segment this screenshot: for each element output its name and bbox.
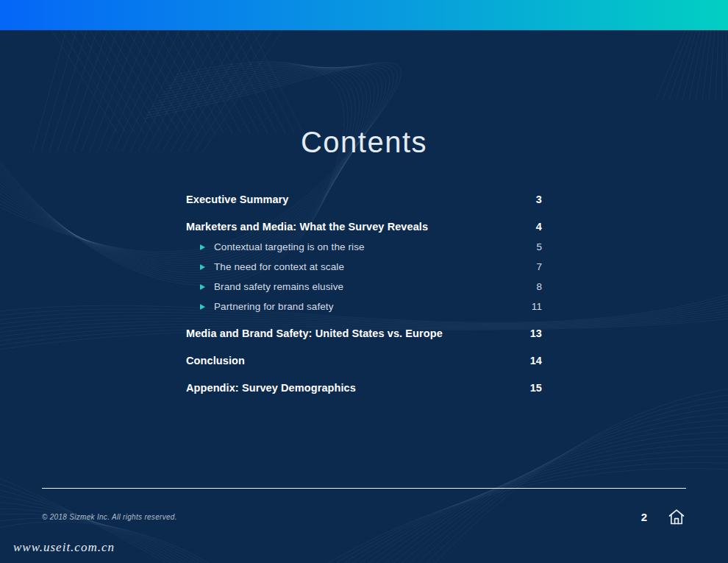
toc-list: Executive Summary 3 Marketers and Media:… [186, 192, 542, 395]
toc-item-label: Brand safety remains elusive [214, 281, 343, 292]
toc-row[interactable]: Marketers and Media: What the Survey Rev… [186, 219, 542, 234]
home-icon [667, 508, 686, 526]
toc-item-page-number: 7 [536, 261, 542, 272]
copyright-text: © 2018 Sizmek Inc. All rights reserved. [42, 513, 177, 521]
page-number: 2 [641, 511, 647, 523]
play-arrow-icon [200, 244, 205, 250]
footer-right-group: 2 [641, 508, 686, 526]
toc-row[interactable]: Brand safety remains elusive 8 [186, 280, 542, 294]
toc-row[interactable]: The need for context at scale 7 [186, 260, 542, 274]
toc-item-label: Contextual targeting is on the rise [214, 241, 365, 252]
toc-item-label: Conclusion [186, 355, 245, 367]
toc-item-label: The need for context at scale [214, 261, 344, 272]
toc-row[interactable]: Partnering for brand safety 11 [186, 300, 542, 314]
watermark-text: www.useit.com.cn [13, 540, 115, 555]
toc-item-page-number: 4 [536, 221, 542, 233]
toc-row[interactable]: Executive Summary 3 [186, 192, 542, 207]
toc-row[interactable]: Media and Brand Safety: United States vs… [186, 326, 542, 341]
play-arrow-icon [200, 264, 205, 270]
toc-item-page-number: 13 [530, 327, 542, 339]
toc-item-page-number: 3 [536, 194, 542, 205]
toc-item-page-number: 15 [530, 382, 542, 394]
play-arrow-icon [200, 304, 205, 310]
toc-item-label: Executive Summary [186, 194, 289, 205]
home-button[interactable] [667, 508, 686, 526]
toc-row[interactable]: Appendix: Survey Demographics 15 [186, 380, 542, 395]
toc-item-page-number: 14 [530, 355, 542, 367]
play-arrow-icon [200, 284, 205, 290]
toc-item-label: Media and Brand Safety: United States vs… [186, 327, 443, 339]
toc-item-page-number: 8 [536, 281, 542, 292]
toc-item-label: Marketers and Media: What the Survey Rev… [186, 221, 428, 233]
toc-item-page-number: 11 [532, 301, 542, 312]
toc-item-label: Appendix: Survey Demographics [186, 382, 356, 394]
toc-item-label: Partnering for brand safety [214, 301, 334, 312]
top-gradient-bar [0, 0, 728, 30]
toc-item-page-number: 5 [536, 241, 542, 252]
toc-row[interactable]: Conclusion 14 [186, 353, 542, 368]
toc-row[interactable]: Contextual targeting is on the rise 5 [186, 240, 542, 254]
page-title: Contents [0, 126, 728, 159]
footer-divider [42, 488, 686, 489]
